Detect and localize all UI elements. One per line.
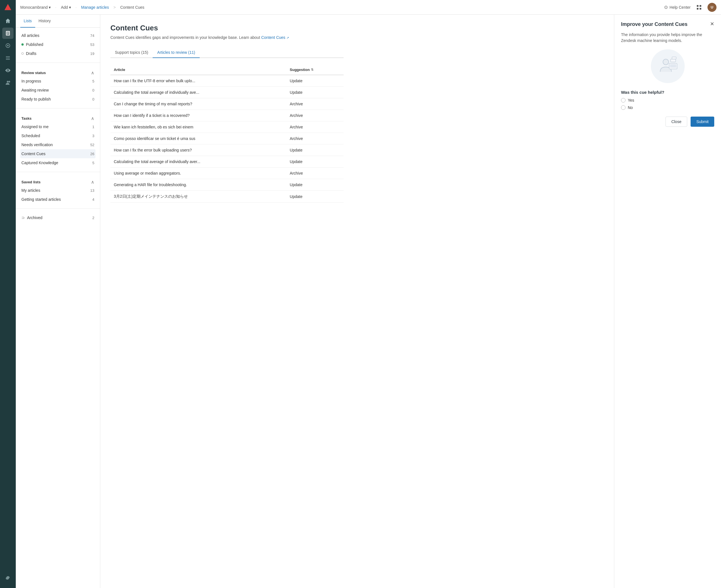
table-row[interactable]: Calculating the total average of individ… [110, 87, 344, 98]
article-title-cell: Calculating the total average of individ… [110, 87, 287, 98]
drafts-row[interactable]: Drafts 19 [20, 49, 96, 58]
svg-rect-5 [697, 8, 698, 9]
brand-chevron-icon: ▾ [49, 5, 51, 9]
table-row[interactable]: How can I fix the error bulk uploading u… [110, 145, 344, 156]
drafts-status-dot [21, 52, 24, 55]
suggestion-column-header[interactable]: Suggestion ⇅ [287, 65, 344, 75]
divider-3 [16, 172, 100, 172]
top-nav: Monocambrand ▾ · Add ▾ · Manage articles… [16, 0, 721, 15]
table-row[interactable]: Como posso identificar se um ticket é um… [110, 133, 344, 145]
article-suggestion-cell: Update [287, 179, 344, 191]
getting-started-row[interactable]: Getting started articles 4 [20, 195, 96, 204]
article-suggestion-cell: Archive [287, 133, 344, 145]
archived-section: ⊃ Archived 2 [16, 210, 100, 226]
ready-to-publish-row[interactable]: Ready to publish 0 [20, 94, 96, 104]
radio-no-label: No [628, 105, 633, 110]
content-cues-row[interactable]: Content Cues 26 [20, 149, 96, 158]
grid-icon[interactable] [695, 3, 703, 11]
help-center-label: Help Center [670, 5, 691, 9]
sidebar-icon-home[interactable] [2, 15, 14, 26]
radio-no-circle [621, 105, 625, 110]
sidebar-icon-users[interactable] [2, 77, 14, 88]
scheduled-count: 3 [92, 134, 94, 138]
awaiting-review-row[interactable]: Awaiting review 0 [20, 86, 96, 94]
review-status-toggle[interactable]: ∧ [91, 70, 94, 76]
article-suggestion-cell: Update [287, 156, 344, 168]
right-panel-description: The information you provide helps improv… [621, 32, 714, 44]
sidebar-icon-menu[interactable] [2, 52, 14, 64]
table-row[interactable]: Generating a HAR file for troubleshootin… [110, 179, 344, 191]
tab-history[interactable]: History [35, 15, 55, 27]
svg-marker-0 [4, 4, 11, 10]
sidebar-icon-tickets[interactable] [2, 40, 14, 51]
table-row[interactable]: Using average or median aggregators. Arc… [110, 168, 344, 179]
in-progress-row[interactable]: In progress 5 [20, 77, 96, 86]
add-label: Add [61, 5, 68, 9]
content-tabs: Support topics (15) Articles to review (… [110, 47, 344, 58]
table-row[interactable]: 3月2日(土)定期メインテナンスのお知らせ Update [110, 191, 344, 203]
sidebar-icon-eye[interactable] [2, 65, 14, 76]
getting-started-label: Getting started articles [21, 197, 61, 202]
right-panel-close-button[interactable]: ✕ [710, 21, 714, 26]
add-chevron-icon: ▾ [69, 5, 71, 9]
svg-rect-3 [697, 5, 698, 7]
article-suggestion-cell: Archive [287, 168, 344, 179]
article-title-cell: Calculating the total average of individ… [110, 156, 287, 168]
svg-rect-4 [700, 5, 701, 7]
sidebar-icon-articles[interactable] [2, 27, 14, 39]
svg-rect-9 [670, 64, 676, 68]
my-articles-row[interactable]: My articles 13 [20, 186, 96, 195]
tasks-toggle[interactable]: ∧ [91, 116, 94, 121]
app-logo[interactable] [3, 2, 13, 13]
article-suggestion-cell: Update [287, 87, 344, 98]
all-articles-row[interactable]: All articles 74 [20, 31, 96, 40]
add-dropdown[interactable]: Add ▾ [61, 5, 71, 9]
right-panel-actions: Close Submit [621, 117, 714, 127]
left-panel-tabs: Lists History [16, 15, 100, 27]
table-row[interactable]: Calculating the total average of individ… [110, 156, 344, 168]
help-center-link[interactable]: ⊙ Help Center [664, 4, 691, 10]
ready-to-publish-count: 0 [92, 97, 94, 101]
published-label: Published [26, 42, 43, 47]
tab-support-topics[interactable]: Support topics (15) [110, 47, 153, 58]
feedback-question: Was this cue helpful? [621, 90, 714, 94]
captured-knowledge-label: Captured Knowledge [21, 161, 58, 165]
submit-button[interactable]: Submit [691, 117, 714, 127]
article-title-cell: Using average or median aggregators. [110, 168, 287, 179]
manage-articles-link[interactable]: Manage articles [81, 5, 109, 9]
close-button[interactable]: Close [665, 117, 687, 127]
sidebar-icon-settings[interactable] [2, 573, 14, 584]
table-row[interactable]: How can I fix the UTF-8 error when bulk … [110, 75, 344, 87]
assigned-to-me-label: Assigned to me [21, 124, 49, 129]
saved-lists-toggle[interactable]: ∧ [91, 180, 94, 185]
tab-lists[interactable]: Lists [20, 15, 35, 27]
assigned-to-me-row[interactable]: Assigned to me 1 [20, 122, 96, 131]
user-avatar[interactable]: U [707, 3, 717, 12]
articles-table: Article Suggestion ⇅ How can I fix the U… [110, 65, 344, 203]
table-row[interactable]: Can I change the timing of my email repo… [110, 98, 344, 110]
article-title-cell: How can I fix the UTF-8 error when bulk … [110, 75, 287, 87]
nav-separator-2: · [76, 5, 77, 9]
radio-yes[interactable]: Yes [621, 98, 714, 103]
published-row[interactable]: Published 53 [20, 40, 96, 49]
article-suggestion-cell: Update [287, 145, 344, 156]
archived-row[interactable]: ⊃ Archived 2 [20, 213, 96, 222]
article-title-cell: 3月2日(土)定期メインテナンスのお知らせ [110, 191, 287, 203]
article-suggestion-cell: Update [287, 75, 344, 87]
captured-knowledge-row[interactable]: Captured Knowledge 5 [20, 158, 96, 167]
table-row[interactable]: How can I identify if a ticket is a reco… [110, 110, 344, 121]
tasks-section: Tasks ∧ Assigned to me 1 Scheduled 3 Nee… [16, 109, 100, 171]
brand-dropdown[interactable]: Monocambrand ▾ [20, 5, 51, 9]
ready-to-publish-label: Ready to publish [21, 97, 51, 101]
saved-lists-section: Saved lists ∧ My articles 13 Getting sta… [16, 173, 100, 207]
scheduled-row[interactable]: Scheduled 3 [20, 131, 96, 140]
topnav-right: ⊙ Help Center U [664, 3, 717, 12]
table-row[interactable]: Wie kann ich feststellen, ob es sich bei… [110, 121, 344, 133]
article-title-cell: Generating a HAR file for troubleshootin… [110, 179, 287, 191]
content-cues-link[interactable]: Content Cues ↗ [261, 35, 289, 40]
left-panel: Lists History All articles 74 Published … [16, 15, 100, 588]
tab-articles-to-review[interactable]: Articles to review (11) [153, 47, 200, 58]
radio-no[interactable]: No [621, 105, 714, 110]
published-count: 53 [90, 43, 94, 47]
needs-verification-row[interactable]: Needs verification 52 [20, 140, 96, 149]
